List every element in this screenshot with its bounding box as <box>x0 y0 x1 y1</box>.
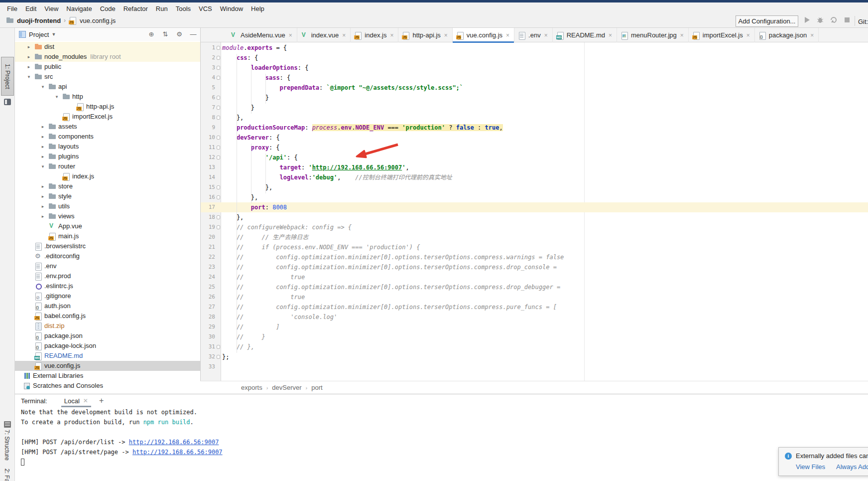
tree-item-src[interactable]: ▾src <box>15 72 200 82</box>
fold-open-icon[interactable] <box>217 156 220 160</box>
chevron-down-icon[interactable]: ▾ <box>26 74 31 79</box>
close-icon[interactable]: × <box>544 32 548 39</box>
structure-icon[interactable] <box>4 421 11 428</box>
code-line-10[interactable]: 10 devServer: { <box>201 133 868 143</box>
fold-open-icon[interactable] <box>217 66 220 70</box>
close-icon[interactable]: × <box>506 32 509 39</box>
tree-item-api[interactable]: ▾api <box>15 82 200 92</box>
tree-item-style[interactable]: ▸style <box>15 191 200 201</box>
fold-open-icon[interactable] <box>217 136 220 140</box>
code-line-32[interactable]: 32}; <box>201 352 868 362</box>
editor-tab-importexcel-js[interactable]: importExcel.js× <box>689 28 755 42</box>
chevron-right-icon[interactable]: ▸ <box>40 214 45 219</box>
tree-item-http[interactable]: ▾http <box>15 92 200 102</box>
code-line-21[interactable]: 21 // if (process.env.NODE_ENV === 'prod… <box>201 242 868 252</box>
fold-close-icon[interactable] <box>217 116 220 120</box>
project-tool-icon[interactable] <box>4 99 11 105</box>
menu-item-edit[interactable]: Edit <box>21 3 40 14</box>
menu-item-refactor[interactable]: Refactor <box>120 3 152 14</box>
collapse-all-icon[interactable]: ⇅ <box>161 30 169 38</box>
fold-open-icon[interactable] <box>217 56 220 60</box>
chevron-right-icon[interactable]: ▸ <box>26 64 31 69</box>
hide-icon[interactable]: — <box>189 30 197 38</box>
tree-item-scratches-and-consoles[interactable]: Scratches and Consoles <box>15 381 200 391</box>
code-line-26[interactable]: 26 // true <box>201 292 868 302</box>
tree-item-babel-config-js[interactable]: babel.config.js <box>15 311 200 321</box>
tree-item-assets[interactable]: ▸assets <box>15 122 200 132</box>
new-terminal-icon[interactable]: + <box>99 396 104 405</box>
fold-open-icon[interactable] <box>217 146 220 150</box>
stripe-tab-structure[interactable]: 7: Structure <box>3 430 10 461</box>
code-line-25[interactable]: 25 // config.optimization.minimizer[0].o… <box>201 282 868 292</box>
code-line-31[interactable]: 31 // }, <box>201 342 868 352</box>
code-line-14[interactable]: 14 logLevel:'debug', //控制台终端打印代理前的真实地址 <box>201 172 868 182</box>
tree-item-utils[interactable]: ▸utils <box>15 201 200 211</box>
editor-tab-package-json[interactable]: package.json× <box>755 28 819 42</box>
code-line-23[interactable]: 23 // config.optimization.minimizer[0].o… <box>201 262 868 272</box>
tree-item--browserslistrc[interactable]: .browserslistrc <box>15 241 200 251</box>
breadcrumb-project[interactable]: duoji-frontend <box>17 17 61 24</box>
tree-item--editorconfig[interactable]: .editorconfig <box>15 251 200 261</box>
code-line-24[interactable]: 24 // true <box>201 272 868 282</box>
terminal-output[interactable]: Note that the development build is not o… <box>21 407 223 467</box>
settings-icon[interactable]: ⚙ <box>175 30 183 38</box>
tree-item-router[interactable]: ▾router <box>15 161 200 171</box>
menu-item-code[interactable]: Code <box>96 3 120 14</box>
editor-tab-http-api-js[interactable]: http-api.js× <box>398 28 452 42</box>
breadcrumb-item-devserver[interactable]: devServer <box>272 384 301 391</box>
code-line-1[interactable]: 1module.exports = { <box>201 43 868 53</box>
editor-tab--env[interactable]: .env× <box>514 28 553 42</box>
code-line-27[interactable]: 27 // config.optimization.minimizer[0].o… <box>201 302 868 312</box>
tree-item-readme-md[interactable]: README.md <box>15 351 200 361</box>
close-icon[interactable]: × <box>609 32 612 39</box>
code-line-30[interactable]: 30 // } <box>201 332 868 342</box>
chevron-right-icon[interactable]: ▸ <box>40 204 45 209</box>
editor-tab-readme-md[interactable]: README.md× <box>553 28 617 42</box>
fold-close-icon[interactable] <box>217 96 220 100</box>
always-add-link[interactable]: Always Add <box>836 463 868 471</box>
terminal-link[interactable]: http://192.168.66.56:9007 <box>132 449 223 456</box>
tree-item-package-json[interactable]: package.json <box>15 331 200 341</box>
tree-item-external-libraries[interactable]: External Libraries <box>15 371 200 381</box>
tree-item-app-vue[interactable]: App.vue <box>15 221 200 231</box>
tree-item-vue-config-js[interactable]: vue.config.js <box>15 361 200 371</box>
code-line-22[interactable]: 22 // config.optimization.minimizer[0].o… <box>201 252 868 262</box>
view-files-link[interactable]: View Files <box>796 463 825 471</box>
stripe-tab-favorites[interactable]: 2: Favorites <box>3 469 10 481</box>
code-line-5[interactable]: 5 prependData: `@import "~@/assets/scss/… <box>201 83 868 93</box>
tree-item-index-js[interactable]: index.js <box>15 171 200 181</box>
close-icon[interactable]: × <box>390 32 393 39</box>
git-label[interactable]: Git: <box>858 18 868 25</box>
project-panel-title[interactable]: Project <box>29 31 49 38</box>
chevron-down-icon[interactable]: ▾ <box>40 84 45 89</box>
tree-item-node-modules[interactable]: ▸node_moduleslibrary root <box>15 52 200 62</box>
chevron-right-icon[interactable]: ▸ <box>40 194 45 199</box>
tree-item-dist-zip[interactable]: dist.zip <box>15 321 200 331</box>
debug-icon[interactable] <box>817 16 824 23</box>
menu-item-run[interactable]: Run <box>152 3 172 14</box>
chevron-right-icon[interactable]: ▸ <box>40 154 45 159</box>
breadcrumb-file[interactable]: vue.config.js <box>80 17 116 24</box>
code-line-2[interactable]: 2 css: { <box>201 53 868 63</box>
tree-item--gitignore[interactable]: .gitignore <box>15 291 200 301</box>
tree-item--eslintrc-js[interactable]: .eslintrc.js <box>15 281 200 291</box>
fold-close-icon[interactable] <box>217 185 220 189</box>
tree-item-importexcel-js[interactable]: importExcel.js <box>15 112 200 122</box>
code-line-11[interactable]: 11 proxy: { <box>201 143 868 153</box>
code-line-12[interactable]: 12 '/api': { <box>201 153 868 162</box>
editor-tab-index-vue[interactable]: index.vue× <box>297 28 351 42</box>
tree-item-views[interactable]: ▸views <box>15 211 200 221</box>
code-line-15[interactable]: 15 }, <box>201 182 868 192</box>
editor-tab-menurouter-jpg[interactable]: menuRouter.jpg× <box>617 28 689 42</box>
fold-close-icon[interactable] <box>217 355 220 359</box>
locate-icon[interactable]: ⊕ <box>147 30 155 38</box>
code-line-7[interactable]: 7 } <box>201 103 868 113</box>
code-line-19[interactable]: 19 // configureWebpack: config => { <box>201 222 868 232</box>
tree-item-auth-json[interactable]: auth.json <box>15 301 200 311</box>
close-icon[interactable]: × <box>680 32 684 39</box>
code-line-3[interactable]: 3 loaderOptions: { <box>201 63 868 73</box>
fold-close-icon[interactable] <box>217 215 220 219</box>
code-line-29[interactable]: 29 // ] <box>201 322 868 332</box>
editor-tab-vue-config-js[interactable]: vue.config.js× <box>453 28 514 42</box>
menu-item-file[interactable]: File <box>3 3 21 14</box>
